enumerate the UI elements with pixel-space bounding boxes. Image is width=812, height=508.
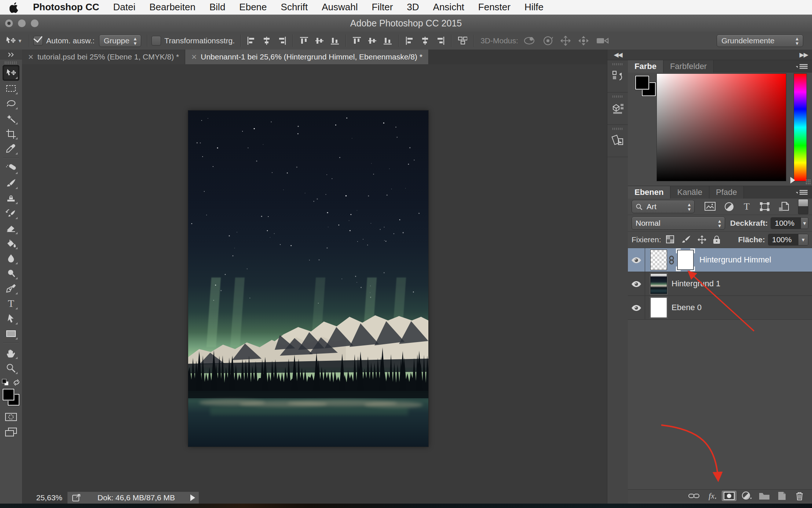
lock-all-button[interactable] — [713, 235, 721, 244]
menu-item-auswahl[interactable]: Auswahl — [322, 1, 358, 13]
foreground-color-swatch[interactable] — [3, 389, 14, 400]
menu-item-filter[interactable]: Filter — [372, 1, 393, 13]
blur-tool[interactable] — [3, 251, 19, 266]
dist-top-button[interactable] — [351, 35, 363, 47]
align-hcenter-button[interactable] — [260, 35, 273, 47]
apple-icon[interactable] — [10, 1, 19, 13]
3d-roll-button[interactable] — [542, 36, 553, 46]
paint-bucket-tool[interactable] — [3, 236, 19, 251]
document-tab[interactable]: ✕Unbenannt-1 bei 25,6% (Hintergrund Himm… — [185, 50, 429, 64]
auto-select-scope-dropdown[interactable]: Gruppe ▴▾ — [99, 35, 142, 47]
expand-panels-button[interactable]: ◀◀ — [607, 50, 628, 60]
align-vcenter-button[interactable] — [313, 35, 326, 47]
layers-tab-pfade[interactable]: Pfade — [709, 186, 744, 199]
menu-item-photoshop-cc[interactable]: Photoshop CC — [33, 1, 99, 13]
color-tab-farbe[interactable]: Farbe — [628, 60, 663, 73]
hand-tool[interactable] — [3, 345, 19, 360]
panel-menu-icon[interactable] — [795, 63, 808, 70]
layer-row[interactable]: Ebene 0 — [628, 296, 812, 320]
dist-right-button[interactable] — [434, 35, 447, 47]
foreground-color-swatch[interactable] — [635, 76, 649, 90]
menu-item-datei[interactable]: Datei — [113, 1, 136, 13]
lock-position-button[interactable] — [697, 235, 707, 244]
lasso-tool[interactable] — [3, 96, 19, 111]
screen-mode-button[interactable] — [3, 424, 19, 439]
dist-vcenter-button[interactable] — [366, 35, 378, 47]
magic-wand-tool[interactable] — [3, 111, 19, 126]
share-icon[interactable] — [72, 493, 82, 502]
menu-item-bearbeiten[interactable]: Bearbeiten — [149, 1, 195, 13]
libraries-panel-button[interactable] — [607, 125, 628, 157]
pen-tool[interactable] — [3, 281, 19, 296]
marquee-tool[interactable] — [3, 81, 19, 96]
clone-stamp-tool[interactable] — [3, 190, 19, 206]
close-tab-icon[interactable]: ✕ — [191, 53, 197, 61]
layer-visibility-toggle[interactable] — [628, 272, 645, 295]
add-layer-mask-button[interactable] — [722, 491, 736, 501]
show-transform-controls-checkbox[interactable] — [151, 36, 161, 46]
type-layer-filter-button[interactable]: T — [742, 202, 751, 212]
brush-tool[interactable] — [3, 175, 19, 190]
3d-panel-button[interactable] — [607, 92, 628, 125]
link-layers-button[interactable] — [687, 491, 701, 501]
align-left-button[interactable] — [245, 35, 257, 47]
menu-item-hilfe[interactable]: Hilfe — [524, 1, 544, 13]
new-adjustment-layer-button[interactable] — [739, 491, 754, 501]
dist-left-button[interactable] — [403, 35, 416, 47]
document-size-info[interactable]: Dok: 46,6 MB/87,6 MB — [82, 493, 190, 502]
auto-select-checkbox[interactable] — [33, 36, 43, 46]
layer-name[interactable]: Ebene 0 — [672, 303, 702, 312]
layer-visibility-toggle[interactable] — [628, 248, 645, 272]
filter-toggle-switch[interactable] — [798, 199, 808, 214]
status-options-arrow-icon[interactable] — [190, 494, 195, 501]
shape-tool[interactable] — [3, 326, 19, 341]
default-colors-icon[interactable] — [1, 378, 10, 387]
type-tool[interactable]: T — [3, 296, 19, 311]
fill-field[interactable]: 100% ▼ — [768, 234, 808, 246]
auto-align-button[interactable] — [456, 35, 469, 47]
move-tool[interactable] — [3, 65, 19, 81]
crop-tool[interactable] — [3, 126, 19, 141]
document-image[interactable] — [188, 110, 428, 447]
opacity-field[interactable]: 100% ▼ — [771, 217, 808, 229]
panel-resize-grip[interactable] — [805, 179, 811, 185]
shape-layer-filter-button[interactable] — [759, 202, 770, 212]
move-tool-preset-icon[interactable] — [5, 36, 16, 46]
adjustment-layer-filter-button[interactable] — [724, 202, 734, 212]
blend-mode-dropdown[interactable]: Normal ▴▾ — [632, 217, 725, 230]
close-tab-icon[interactable]: ✕ — [28, 53, 34, 61]
preset-dropdown-arrow-icon[interactable]: ▼ — [18, 38, 22, 44]
delete-layer-trash-button[interactable] — [792, 491, 807, 501]
path-select-tool[interactable] — [3, 311, 19, 326]
3d-camera-button[interactable] — [596, 36, 609, 45]
layer-mask-thumbnail[interactable] — [676, 248, 695, 271]
layer-visibility-toggle[interactable] — [628, 296, 645, 319]
toolbox-collapse-button[interactable] — [0, 50, 22, 59]
layer-thumbnail[interactable] — [650, 297, 667, 318]
history-panel-button[interactable] — [607, 60, 628, 92]
smart-object-filter-button[interactable] — [778, 202, 789, 212]
3d-pan-button[interactable] — [560, 35, 571, 46]
menu-item-ansicht[interactable]: Ansicht — [433, 1, 464, 13]
menu-item-ebene[interactable]: Ebene — [239, 1, 267, 13]
quick-mask-button[interactable] — [3, 409, 19, 424]
workspace-switcher-dropdown[interactable]: Grundelemente ▴▾ — [717, 35, 803, 47]
layers-tab-ebenen[interactable]: Ebenen — [628, 186, 670, 199]
layer-style-fx-button[interactable]: fx — [704, 491, 719, 501]
swap-colors-icon[interactable] — [12, 379, 21, 386]
menu-item-3d[interactable]: 3D — [407, 1, 419, 13]
toolbox-grip[interactable] — [5, 61, 17, 64]
hue-slider-icon[interactable] — [790, 177, 795, 184]
3d-slide-button[interactable] — [578, 35, 589, 46]
panel-menu-icon[interactable] — [795, 189, 808, 196]
lock-pixels-button[interactable] — [681, 235, 691, 244]
dist-hcenter-button[interactable] — [419, 35, 431, 47]
layer-thumbnail[interactable] — [650, 273, 667, 294]
3d-orbit-button[interactable] — [523, 36, 536, 46]
dodge-tool[interactable] — [3, 266, 19, 281]
hue-ramp[interactable] — [794, 73, 807, 181]
healing-brush-tool[interactable] — [3, 160, 19, 175]
new-layer-button[interactable] — [775, 491, 789, 501]
layer-name[interactable]: Hintergrund Himmel — [699, 255, 771, 265]
align-bottom-button[interactable] — [329, 35, 341, 47]
